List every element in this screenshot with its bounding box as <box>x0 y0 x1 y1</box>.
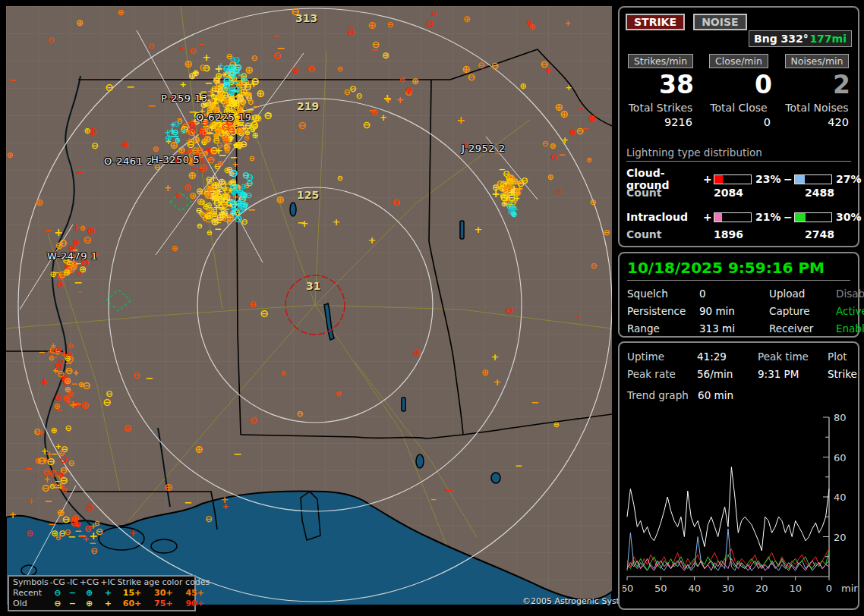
strike-symbol: + <box>232 74 238 81</box>
strike-symbol: − <box>209 187 216 196</box>
strike-symbol: ⊕ <box>223 81 230 90</box>
bearing-distance: 177mi <box>809 33 847 45</box>
strike-symbol: + <box>227 133 235 143</box>
strike-symbol: − <box>217 201 223 209</box>
strike-symbol: ⊕ <box>227 136 233 143</box>
strike-symbol: ⊖ <box>232 182 241 193</box>
strike-symbol: ⊖ <box>213 84 220 93</box>
strike-symbol: ⊖ <box>215 191 223 201</box>
strike-symbol: ⊕ <box>215 71 222 80</box>
strike-symbol: ⊖ <box>37 455 46 466</box>
strike-symbol: + <box>39 376 49 387</box>
strike-symbol: + <box>9 510 17 520</box>
strike-symbol: ⊖ <box>405 88 412 97</box>
strike-symbol: ⊕ <box>235 126 243 136</box>
strike-symbol: − <box>238 123 247 134</box>
strike-symbol: ⊕ <box>171 244 178 253</box>
strike-symbol: ⊖ <box>233 65 241 74</box>
strike-symbol: ⊖ <box>507 206 516 216</box>
strike-symbol: ⊖ <box>211 180 220 190</box>
strike-symbol: + <box>169 127 176 136</box>
strike-symbol: + <box>396 95 405 105</box>
strike-symbol: + <box>217 61 224 70</box>
strike-symbol: + <box>212 180 220 190</box>
strike-symbol: − <box>74 526 82 536</box>
strike-symbol: ⊕ <box>165 134 172 143</box>
strike-symbol: ⊕ <box>244 90 253 100</box>
strike-symbol: − <box>43 225 52 235</box>
x-tick-label: 0 <box>826 583 832 594</box>
distribution-rows: Cloud-ground+23%−27%Count20842488Intracl… <box>626 167 851 244</box>
strike-symbol: ⊕ <box>463 14 471 24</box>
strike-symbol: ⊕ <box>67 390 74 398</box>
strike-symbol: ⊖ <box>177 118 183 125</box>
strike-symbol: − <box>507 201 516 212</box>
strike-button[interactable]: STRIKE <box>626 14 685 30</box>
strike-symbol: ⊕ <box>76 18 84 27</box>
strike-symbol: − <box>219 124 227 134</box>
strike-symbol: ⊖ <box>215 83 223 93</box>
strike-symbol: ⊕ <box>117 8 124 17</box>
strike-symbol: ⊕ <box>219 81 228 92</box>
strike-symbol: ⊖ <box>503 192 509 200</box>
strike-symbol: ⊖ <box>210 192 218 201</box>
strike-symbol: ⊖ <box>207 229 213 237</box>
strike-symbol: − <box>126 81 135 92</box>
strike-symbol: ⊖ <box>239 201 248 212</box>
strike-symbol: ⊖ <box>220 132 227 140</box>
strike-symbol: ⊕ <box>188 170 197 181</box>
storm-cell-label: O-2461 2 <box>104 156 153 167</box>
strike-symbol: − <box>430 496 437 504</box>
strike-symbol: ⊖ <box>507 192 516 203</box>
setting-value: 0 <box>699 288 769 300</box>
strike-symbol: + <box>230 205 236 212</box>
stat-label-button[interactable]: Noises/min <box>785 54 850 68</box>
trend-panel: Uptime 41:29 Peak time Plot Peak rate 56… <box>618 341 859 610</box>
strike-symbol: ⊖ <box>233 183 239 190</box>
strike-symbol: + <box>384 96 392 105</box>
strike-symbol: ⊖ <box>229 199 238 209</box>
strike-symbol: − <box>298 218 306 228</box>
strike-symbol: ⊖ <box>229 98 238 108</box>
strike-symbol: ⊕ <box>214 189 220 196</box>
strike-symbol: + <box>237 83 244 93</box>
stat-label-button[interactable]: Strikes/min <box>628 54 693 68</box>
strike-symbol: ⊖ <box>240 140 248 149</box>
setting-label: Range <box>627 322 699 335</box>
strike-symbol: ⊖ <box>62 514 71 524</box>
strike-symbol: ⊖ <box>172 128 178 137</box>
strike-symbol: − <box>226 203 232 210</box>
strike-symbol: + <box>68 399 77 410</box>
neg-bar <box>794 174 832 184</box>
strike-symbol: + <box>221 71 227 79</box>
strike-symbol: ⊕ <box>225 212 235 222</box>
strike-symbol: ⊖ <box>225 98 232 106</box>
noise-button[interactable]: NOISE <box>693 14 746 30</box>
strike-symbol: + <box>220 195 228 204</box>
strike-symbol: ⊖ <box>210 147 218 157</box>
setting-value: Active <box>836 305 864 317</box>
stat-label-button[interactable]: Close/min <box>709 54 768 68</box>
strike-symbol: ⊖ <box>239 125 247 134</box>
storm-map[interactable]: 3133132192191251253131 ⊖⊖⊖++−−+++−⊕+⊖⊕−+… <box>6 6 612 605</box>
strike-symbol: − <box>236 91 243 99</box>
strike-symbol: ⊖ <box>222 130 229 138</box>
strike-symbol: ⊕ <box>169 140 178 150</box>
strike-symbol: − <box>206 127 215 138</box>
y-tick-label: 60 <box>834 452 847 464</box>
legend-header-ncg: -CG <box>49 577 66 588</box>
legend-header-pcg: +CG <box>79 577 99 588</box>
strike-symbol: ⊖ <box>504 182 513 193</box>
strike-symbol: + <box>561 136 569 145</box>
strike-symbol: ⊕ <box>367 20 377 30</box>
legend-age-code: 15+ <box>116 588 147 599</box>
strike-symbol: ⊕ <box>292 65 299 74</box>
strike-symbol: − <box>237 205 244 214</box>
strike-symbol: ⊕ <box>207 206 214 214</box>
strike-symbol: ⊕ <box>207 184 216 193</box>
strike-symbol: ⊕ <box>215 126 222 135</box>
strike-symbol: ⊖ <box>509 198 516 206</box>
strike-symbol: + <box>380 113 387 122</box>
strike-symbol: ⊖ <box>217 127 225 137</box>
strike-symbol: + <box>221 495 229 504</box>
